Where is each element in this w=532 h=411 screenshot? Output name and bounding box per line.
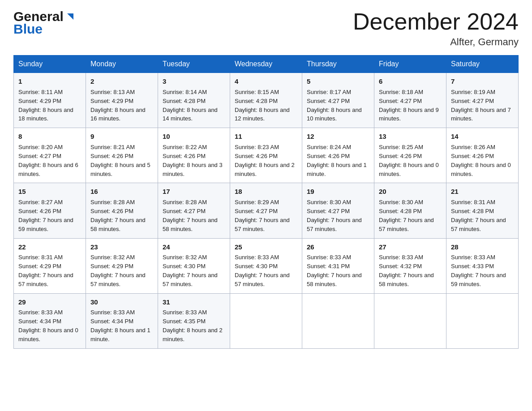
day-number: 29 xyxy=(18,297,81,307)
day-info: Sunrise: 8:24 AM Sunset: 4:26 PM Dayligh… xyxy=(307,144,367,177)
day-number: 20 xyxy=(379,187,442,197)
logo: General Blue xyxy=(13,9,75,37)
calendar-table: Sunday Monday Tuesday Wednesday Thursday… xyxy=(13,55,519,349)
day-number: 8 xyxy=(18,132,81,141)
day-number: 18 xyxy=(235,187,297,197)
day-number: 24 xyxy=(163,242,225,252)
day-info: Sunrise: 8:18 AM Sunset: 4:27 PM Dayligh… xyxy=(379,89,439,122)
calendar-day-cell: 6 Sunrise: 8:18 AM Sunset: 4:27 PM Dayli… xyxy=(374,73,446,128)
day-info: Sunrise: 8:29 AM Sunset: 4:27 PM Dayligh… xyxy=(235,199,290,232)
calendar-day-cell: 5 Sunrise: 8:17 AM Sunset: 4:27 PM Dayli… xyxy=(302,73,374,128)
day-number: 19 xyxy=(307,187,369,197)
svg-marker-0 xyxy=(67,13,73,20)
calendar-day-cell: 1 Sunrise: 8:11 AM Sunset: 4:29 PM Dayli… xyxy=(14,73,86,128)
calendar-week-row: 22 Sunrise: 8:31 AM Sunset: 4:29 PM Dayl… xyxy=(14,238,519,293)
day-number: 23 xyxy=(90,242,153,252)
header-thursday: Thursday xyxy=(302,56,374,73)
calendar-day-cell: 31 Sunrise: 8:33 AM Sunset: 4:35 PM Dayl… xyxy=(158,293,230,348)
calendar-day-cell: 2 Sunrise: 8:13 AM Sunset: 4:29 PM Dayli… xyxy=(86,73,158,128)
calendar-day-cell: 14 Sunrise: 8:26 AM Sunset: 4:26 PM Dayl… xyxy=(446,128,519,183)
day-number: 15 xyxy=(18,187,81,197)
calendar-week-row: 15 Sunrise: 8:27 AM Sunset: 4:26 PM Dayl… xyxy=(14,183,519,238)
day-number: 22 xyxy=(18,242,81,252)
calendar-day-cell: 13 Sunrise: 8:25 AM Sunset: 4:26 PM Dayl… xyxy=(374,128,446,183)
calendar-day-cell xyxy=(446,293,519,348)
day-info: Sunrise: 8:13 AM Sunset: 4:29 PM Dayligh… xyxy=(90,89,146,122)
day-number: 25 xyxy=(235,242,297,252)
day-info: Sunrise: 8:20 AM Sunset: 4:27 PM Dayligh… xyxy=(18,144,78,177)
logo-triangle-icon xyxy=(65,12,75,23)
calendar-day-cell: 23 Sunrise: 8:32 AM Sunset: 4:29 PM Dayl… xyxy=(86,238,158,293)
day-info: Sunrise: 8:33 AM Sunset: 4:33 PM Dayligh… xyxy=(451,254,506,287)
header-monday: Monday xyxy=(86,56,158,73)
logo-blue-text: Blue xyxy=(13,21,43,37)
header-tuesday: Tuesday xyxy=(158,56,230,73)
header-sunday: Sunday xyxy=(14,56,86,73)
day-number: 2 xyxy=(90,77,153,86)
calendar-day-cell: 28 Sunrise: 8:33 AM Sunset: 4:33 PM Dayl… xyxy=(446,238,519,293)
calendar-body: 1 Sunrise: 8:11 AM Sunset: 4:29 PM Dayli… xyxy=(14,73,519,349)
day-info: Sunrise: 8:25 AM Sunset: 4:26 PM Dayligh… xyxy=(379,144,439,177)
day-info: Sunrise: 8:30 AM Sunset: 4:27 PM Dayligh… xyxy=(307,199,362,232)
calendar-day-cell: 12 Sunrise: 8:24 AM Sunset: 4:26 PM Dayl… xyxy=(302,128,374,183)
day-number: 13 xyxy=(379,132,442,141)
day-number: 26 xyxy=(307,242,369,252)
calendar-day-cell: 26 Sunrise: 8:33 AM Sunset: 4:31 PM Dayl… xyxy=(302,238,374,293)
day-number: 14 xyxy=(451,132,514,141)
day-info: Sunrise: 8:27 AM Sunset: 4:26 PM Dayligh… xyxy=(18,199,73,232)
day-info: Sunrise: 8:11 AM Sunset: 4:29 PM Dayligh… xyxy=(18,89,73,122)
day-info: Sunrise: 8:21 AM Sunset: 4:26 PM Dayligh… xyxy=(90,144,150,177)
calendar-day-cell: 21 Sunrise: 8:31 AM Sunset: 4:28 PM Dayl… xyxy=(446,183,519,238)
day-number: 16 xyxy=(90,187,153,197)
day-info: Sunrise: 8:26 AM Sunset: 4:26 PM Dayligh… xyxy=(451,144,511,177)
day-info: Sunrise: 8:30 AM Sunset: 4:28 PM Dayligh… xyxy=(379,199,434,232)
day-number: 5 xyxy=(307,77,369,86)
day-number: 28 xyxy=(451,242,514,252)
day-info: Sunrise: 8:33 AM Sunset: 4:32 PM Dayligh… xyxy=(379,254,434,287)
day-info: Sunrise: 8:14 AM Sunset: 4:28 PM Dayligh… xyxy=(163,89,218,122)
day-number: 3 xyxy=(163,77,225,86)
calendar-header: Sunday Monday Tuesday Wednesday Thursday… xyxy=(14,56,519,73)
day-info: Sunrise: 8:33 AM Sunset: 4:34 PM Dayligh… xyxy=(18,309,78,342)
day-info: Sunrise: 8:28 AM Sunset: 4:26 PM Dayligh… xyxy=(90,199,146,232)
calendar-day-cell: 17 Sunrise: 8:28 AM Sunset: 4:27 PM Dayl… xyxy=(158,183,230,238)
calendar-day-cell: 10 Sunrise: 8:22 AM Sunset: 4:26 PM Dayl… xyxy=(158,128,230,183)
day-info: Sunrise: 8:15 AM Sunset: 4:28 PM Dayligh… xyxy=(235,89,290,122)
page-header: General Blue December 2024 Alfter, Germa… xyxy=(13,9,519,48)
calendar-day-cell: 20 Sunrise: 8:30 AM Sunset: 4:28 PM Dayl… xyxy=(374,183,446,238)
calendar-day-cell: 27 Sunrise: 8:33 AM Sunset: 4:32 PM Dayl… xyxy=(374,238,446,293)
day-info: Sunrise: 8:31 AM Sunset: 4:29 PM Dayligh… xyxy=(18,254,73,287)
day-number: 11 xyxy=(235,132,297,141)
calendar-week-row: 29 Sunrise: 8:33 AM Sunset: 4:34 PM Dayl… xyxy=(14,293,519,348)
calendar-day-cell: 22 Sunrise: 8:31 AM Sunset: 4:29 PM Dayl… xyxy=(14,238,86,293)
header-wednesday: Wednesday xyxy=(230,56,302,73)
day-number: 27 xyxy=(379,242,442,252)
calendar-day-cell xyxy=(302,293,374,348)
calendar-week-row: 8 Sunrise: 8:20 AM Sunset: 4:27 PM Dayli… xyxy=(14,128,519,183)
calendar-day-cell: 7 Sunrise: 8:19 AM Sunset: 4:27 PM Dayli… xyxy=(446,73,519,128)
day-number: 12 xyxy=(307,132,369,141)
day-info: Sunrise: 8:19 AM Sunset: 4:27 PM Dayligh… xyxy=(451,89,511,122)
calendar-day-cell: 9 Sunrise: 8:21 AM Sunset: 4:26 PM Dayli… xyxy=(86,128,158,183)
calendar-day-cell: 3 Sunrise: 8:14 AM Sunset: 4:28 PM Dayli… xyxy=(158,73,230,128)
header-friday: Friday xyxy=(374,56,446,73)
day-number: 10 xyxy=(163,132,225,141)
weekday-header-row: Sunday Monday Tuesday Wednesday Thursday… xyxy=(14,56,519,73)
month-title: December 2024 xyxy=(353,9,519,34)
day-info: Sunrise: 8:33 AM Sunset: 4:30 PM Dayligh… xyxy=(235,254,290,287)
day-number: 30 xyxy=(90,297,153,307)
day-number: 31 xyxy=(163,297,225,307)
calendar-day-cell: 11 Sunrise: 8:23 AM Sunset: 4:26 PM Dayl… xyxy=(230,128,302,183)
calendar-day-cell: 8 Sunrise: 8:20 AM Sunset: 4:27 PM Dayli… xyxy=(14,128,86,183)
day-info: Sunrise: 8:31 AM Sunset: 4:28 PM Dayligh… xyxy=(451,199,506,232)
calendar-week-row: 1 Sunrise: 8:11 AM Sunset: 4:29 PM Dayli… xyxy=(14,73,519,128)
day-number: 4 xyxy=(235,77,297,86)
day-info: Sunrise: 8:33 AM Sunset: 4:35 PM Dayligh… xyxy=(163,309,223,342)
day-number: 17 xyxy=(163,187,225,197)
calendar-day-cell: 16 Sunrise: 8:28 AM Sunset: 4:26 PM Dayl… xyxy=(86,183,158,238)
calendar-day-cell: 15 Sunrise: 8:27 AM Sunset: 4:26 PM Dayl… xyxy=(14,183,86,238)
day-number: 1 xyxy=(18,77,81,86)
calendar-day-cell: 18 Sunrise: 8:29 AM Sunset: 4:27 PM Dayl… xyxy=(230,183,302,238)
calendar-day-cell: 25 Sunrise: 8:33 AM Sunset: 4:30 PM Dayl… xyxy=(230,238,302,293)
day-info: Sunrise: 8:22 AM Sunset: 4:26 PM Dayligh… xyxy=(163,144,223,177)
